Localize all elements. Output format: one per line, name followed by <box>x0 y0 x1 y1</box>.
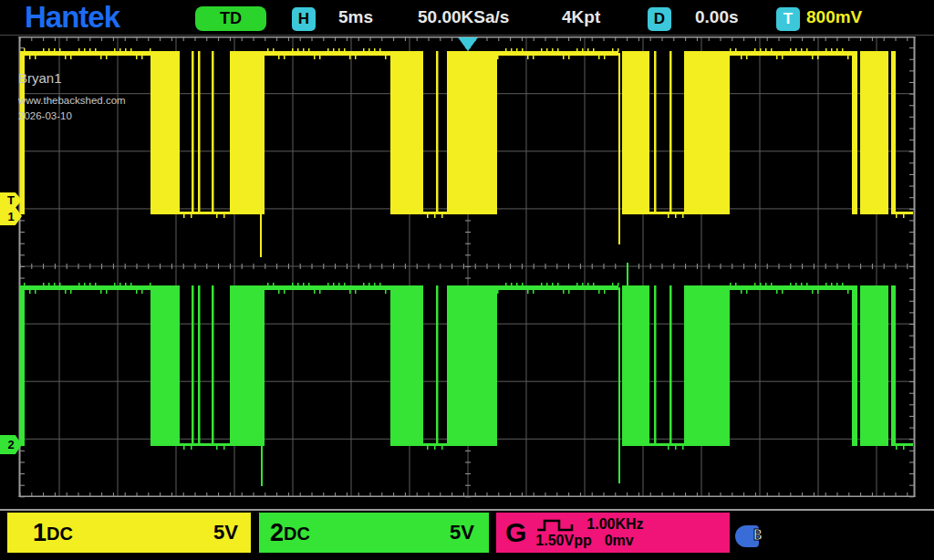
horizontal-menu-icon[interactable]: H <box>292 7 316 31</box>
brand-logo: Hantek <box>25 0 119 35</box>
usb-device-letter: B <box>753 526 763 544</box>
delay-menu-icon[interactable]: D <box>648 7 671 31</box>
watermark-url: www.thebackshed.com <box>18 95 126 107</box>
ch1-volts-per-div: 5V <box>213 521 238 544</box>
acquisition-status-badge: TD <box>195 6 266 31</box>
ch2-volts-per-div: 5V <box>450 521 474 544</box>
timebase-readout: 5ms <box>338 7 373 27</box>
ch1-coupling: DC <box>47 524 73 544</box>
trigger-delay-readout: 0.00s <box>695 7 739 27</box>
bottom-status-bar: 1 DC 5V 2 DC 5V G 1.00KHz 1.50Vpp 0mv <box>0 509 934 560</box>
generator-settings-box[interactable]: G 1.00KHz 1.50Vpp 0mv <box>496 513 730 553</box>
ch2-trace <box>20 263 913 486</box>
oscilloscope-screen: Hantek TD H 5ms 50.00KSa/s 4Kpt D 0.00s … <box>0 0 934 560</box>
square-wave-icon <box>535 517 577 534</box>
ch2-settings-box[interactable]: 2 DC 5V <box>259 513 489 553</box>
trigger-level-readout: 800mV <box>806 7 862 27</box>
sample-rate-readout: 50.00KSa/s <box>418 7 509 27</box>
waveform-display: Bryan1 www.thebackshed.com 2026-03-10 T … <box>0 36 934 509</box>
generator-amplitude: 1.50Vpp <box>535 534 591 549</box>
ch1-settings-box[interactable]: 1 DC 5V <box>7 513 251 553</box>
ch1-number: 1 <box>33 519 47 547</box>
bottombar-divider <box>0 509 934 511</box>
trigger-menu-icon[interactable]: T <box>776 7 800 31</box>
generator-offset: 0mv <box>605 534 634 549</box>
ch2-number: 2 <box>270 519 284 547</box>
graticule-and-traces <box>0 36 934 509</box>
top-status-bar: Hantek TD H 5ms 50.00KSa/s 4Kpt D 0.00s … <box>0 0 934 36</box>
watermark-user: Bryan1 <box>18 71 62 87</box>
ch1-trace <box>20 48 913 257</box>
ch2-coupling: DC <box>284 524 310 544</box>
topbar-divider <box>0 35 934 36</box>
generator-label: G <box>505 517 526 548</box>
generator-frequency: 1.00KHz <box>586 517 643 533</box>
watermark-date: 2026-03-10 <box>18 110 72 122</box>
memory-depth-readout: 4Kpt <box>562 7 600 27</box>
